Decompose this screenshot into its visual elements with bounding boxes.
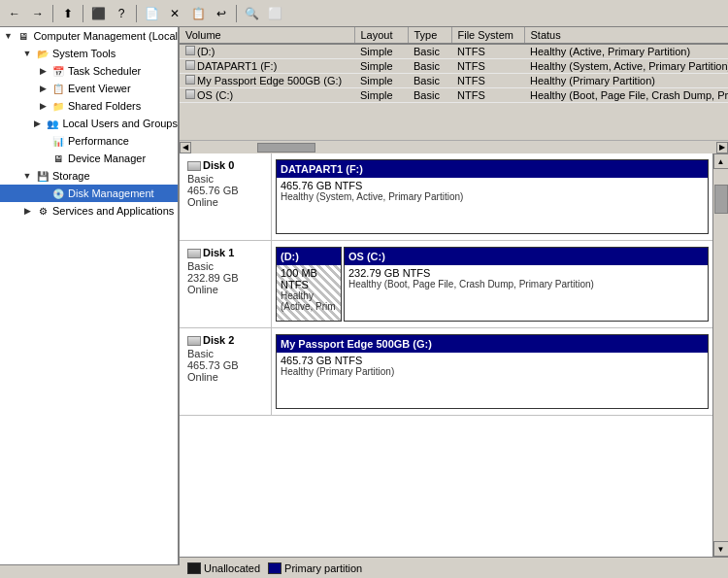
vscroll-thumb[interactable]	[714, 185, 728, 214]
tree-root[interactable]: ▼ Computer Management (Local	[0, 27, 178, 45]
device-icon	[50, 151, 66, 166]
services-icon	[35, 203, 50, 219]
table-row[interactable]: DATAPART1 (F:) Simple Basic NTFS Healthy…	[180, 59, 728, 74]
up-button[interactable]: ⬆	[57, 3, 79, 24]
disk-status: Online	[187, 196, 267, 208]
partition-block[interactable]: (D:) 100 MB NTFS Healthy (Active, Prim	[276, 247, 342, 322]
toolbar-sep-4	[236, 5, 237, 22]
legend-unallocated: Unallocated	[187, 562, 260, 574]
folder-open-icon	[35, 46, 50, 61]
expand-system-tools[interactable]: ▼	[19, 46, 35, 61]
partition-status: Healthy (Boot, Page File, Crash Dump, Pr…	[348, 279, 704, 289]
disk-area[interactable]: Disk 0 Basic 465.76 GB Online DATAPART1 …	[180, 153, 712, 557]
sidebar-item-local-users[interactable]: ▶ Local Users and Groups	[0, 115, 178, 132]
cell-layout: Simple	[354, 88, 408, 103]
expand-event-viewer[interactable]: ▶	[35, 81, 50, 96]
sidebar-item-shared-folders[interactable]: ▶ Shared Folders	[0, 97, 178, 115]
disk-info-disk0: Disk 0 Basic 465.76 GB Online	[180, 153, 272, 240]
copy-button[interactable]: 📋	[187, 3, 209, 24]
close-button[interactable]: ✕	[164, 3, 185, 24]
disk-management-label: Disk Management	[68, 187, 154, 199]
col-volume[interactable]: Volume	[180, 27, 354, 44]
col-type[interactable]: Type	[408, 27, 451, 44]
col-layout[interactable]: Layout	[354, 27, 408, 44]
sidebar-item-device-manager[interactable]: Device Manager	[0, 150, 178, 167]
task-icon	[50, 63, 66, 79]
expand-storage[interactable]: ▼	[19, 168, 35, 184]
volume-table-scroll[interactable]: Volume Layout Type File System Status A …	[180, 27, 728, 140]
partition-block[interactable]: DATAPART1 (F:) 465.76 GB NTFS Healthy (S…	[276, 159, 709, 234]
tree-expand-root[interactable]: ▼	[0, 28, 16, 44]
hscroll-right[interactable]: ▶	[716, 142, 728, 153]
tree-hscrollbar[interactable]	[0, 564, 180, 578]
expand-device-manager	[35, 151, 50, 166]
new-button[interactable]: 📄	[141, 3, 162, 24]
toolbar-sep-2	[83, 5, 83, 22]
partition-header: OS (C:)	[345, 248, 708, 265]
right-panel: Volume Layout Type File System Status A …	[180, 27, 728, 578]
properties-button[interactable]: ⬜	[264, 3, 285, 24]
task-scheduler-label: Task Scheduler	[68, 65, 141, 77]
cell-status: Healthy (Boot, Page File, Crash Dump, Pr…	[524, 88, 728, 103]
sidebar-item-storage[interactable]: ▼ Storage	[0, 167, 178, 185]
sidebar-item-system-tools[interactable]: ▼ System Tools	[0, 45, 178, 62]
primary-label: Primary partition	[284, 562, 362, 574]
partition-size: 100 MB NTFS	[281, 267, 337, 290]
vscroll-down[interactable]: ▼	[713, 541, 729, 557]
sidebar-item-event-viewer[interactable]: ▶ Event Viewer	[0, 80, 178, 97]
toolbar: ← → ⬆ ⬛ ? 📄 ✕ 📋 ↩ 🔍 ⬜	[0, 0, 728, 27]
table-hscrollbar[interactable]: ◀ ▶	[180, 140, 728, 153]
partition-header: (D:)	[277, 248, 341, 265]
show-hide-button[interactable]: ⬛	[87, 3, 109, 24]
event-viewer-label: Event Viewer	[68, 83, 131, 94]
tree-panel: ▼ Computer Management (Local ▼ System To…	[0, 27, 180, 578]
expand-local-users[interactable]: ▶	[29, 116, 45, 131]
cell-fs: NTFS	[451, 44, 524, 59]
table-row[interactable]: OS (C:) Simple Basic NTFS Healthy (Boot,…	[180, 88, 728, 103]
volume-table: Volume Layout Type File System Status A …	[180, 27, 728, 103]
disk-entry-disk0: Disk 0 Basic 465.76 GB Online DATAPART1 …	[180, 153, 712, 241]
disk-vscrollbar[interactable]: ▲ ▼	[712, 153, 728, 557]
table-row[interactable]: My Passport Edge 500GB (G:) Simple Basic…	[180, 74, 728, 88]
disk-icon	[50, 186, 66, 201]
search-button[interactable]: 🔍	[241, 3, 262, 24]
disk-size: 465.73 GB	[187, 359, 267, 371]
help-button[interactable]: ?	[111, 3, 132, 24]
back-button[interactable]: ←	[4, 3, 25, 24]
partition-size: 465.76 GB NTFS	[281, 180, 704, 191]
sidebar-item-disk-management[interactable]: Disk Management	[0, 185, 178, 202]
vscroll-up[interactable]: ▲	[713, 153, 729, 169]
disk-size: 465.76 GB	[187, 185, 267, 196]
expand-shared-folders[interactable]: ▶	[35, 98, 50, 114]
partition-status: Healthy (Primary Partition)	[281, 366, 704, 377]
expand-services[interactable]: ▶	[19, 203, 35, 219]
legend: Unallocated Primary partition	[180, 557, 728, 578]
volume-table-area: Volume Layout Type File System Status A …	[180, 27, 728, 153]
table-row[interactable]: (D:) Simple Basic NTFS Healthy (Active, …	[180, 44, 728, 59]
partition-body: 232.79 GB NTFS Healthy (Boot, Page File,…	[345, 265, 708, 321]
toolbar-sep-1	[52, 5, 53, 22]
partition-block[interactable]: OS (C:) 232.79 GB NTFS Healthy (Boot, Pa…	[344, 247, 709, 322]
disk-visual-disk2: My Passport Edge 500GB (G:) 465.73 GB NT…	[272, 328, 712, 415]
disk-type: Basic	[187, 173, 267, 185]
col-filesystem[interactable]: File System	[451, 27, 524, 44]
partition-size: 465.73 GB NTFS	[281, 355, 704, 366]
disk-visual-disk0: DATAPART1 (F:) 465.76 GB NTFS Healthy (S…	[272, 153, 712, 240]
expand-task-scheduler[interactable]: ▶	[35, 63, 50, 79]
device-manager-label: Device Manager	[68, 153, 146, 164]
sidebar-item-performance[interactable]: Performance	[0, 132, 178, 150]
disk-visual-disk1: (D:) 100 MB NTFS Healthy (Active, Prim O…	[272, 241, 712, 327]
toolbar-sep-3	[136, 5, 137, 22]
forward-button[interactable]: →	[27, 3, 49, 24]
event-icon	[50, 81, 66, 96]
col-status[interactable]: Status	[524, 27, 728, 44]
unallocated-label: Unallocated	[204, 562, 260, 574]
paste-button[interactable]: ↩	[211, 3, 232, 24]
partition-block[interactable]: My Passport Edge 500GB (G:) 465.73 GB NT…	[276, 334, 709, 409]
hscroll-left[interactable]: ◀	[180, 142, 191, 153]
sidebar-item-services[interactable]: ▶ Services and Applications	[0, 202, 178, 220]
disk-status: Online	[187, 371, 267, 383]
sidebar-item-task-scheduler[interactable]: ▶ Task Scheduler	[0, 62, 178, 80]
hscroll-thumb[interactable]	[257, 143, 315, 153]
cell-layout: Simple	[354, 59, 408, 74]
